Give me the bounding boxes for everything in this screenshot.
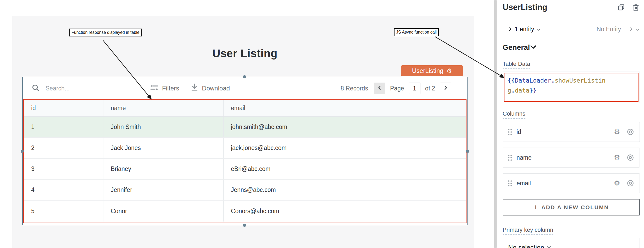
table-cell: Conors@abc.com [224, 201, 466, 222]
resize-handle-left[interactable] [21, 150, 24, 153]
resize-handle-top[interactable] [243, 75, 246, 78]
gear-icon[interactable]: ⚙ [447, 68, 452, 74]
column-item-id[interactable]: id⚙ [503, 122, 640, 142]
table-header-row[interactable]: idnameemail [24, 100, 466, 117]
incoming-entities-dropdown[interactable]: 1 entity [503, 26, 541, 33]
table-data-code[interactable]: {{DataLoader.showUserListing.data}} [504, 73, 639, 102]
chevron-left-icon [377, 85, 382, 92]
table-cell: Conor [103, 201, 224, 222]
column-header[interactable]: name [103, 100, 224, 116]
column-header[interactable]: id [24, 100, 103, 116]
filters-button[interactable]: Filters [150, 84, 179, 93]
column-item-label: id [517, 128, 521, 136]
copy-icon[interactable] [617, 3, 625, 11]
search-placeholder: Search... [46, 85, 70, 92]
drag-handle-icon[interactable] [508, 180, 512, 186]
prev-page-button[interactable] [374, 83, 385, 94]
search-icon [31, 84, 40, 93]
primary-key-select[interactable]: No selection. [503, 238, 640, 248]
table-data-editor[interactable]: {{DataLoader.showUserListing.data}} [503, 72, 640, 103]
search-input[interactable]: Search... [31, 84, 150, 93]
columns-label: Columns [503, 110, 525, 119]
filters-icon [150, 84, 159, 93]
primary-key-value: No selection. [508, 244, 546, 248]
code-line: {{DataLoader.showUserListin [508, 76, 635, 85]
widget-title: UserListing [503, 3, 547, 12]
download-button[interactable]: Download [191, 83, 230, 93]
records-count: 8 Records [341, 85, 368, 92]
table-cell: Jack Jones [103, 138, 224, 158]
column-settings-gear-icon[interactable]: ⚙ [614, 154, 620, 161]
add-column-label: ADD A NEW COLUMN [541, 204, 609, 211]
column-visibility-icon[interactable] [626, 179, 634, 187]
app-root: User Listing UserListing ⚙ Search... [0, 0, 644, 248]
resize-handle-right[interactable] [466, 150, 469, 153]
download-label: Download [202, 85, 230, 92]
table-cell: 5 [24, 201, 103, 222]
outgoing-entities-dropdown[interactable]: No Entity [597, 26, 640, 33]
table-cell: 2 [24, 138, 103, 158]
table-cell: John Smith [103, 117, 224, 137]
table-cell: john.smith@abc.com [224, 117, 466, 137]
table-row[interactable]: 3BrianeyeBri@abc.com [24, 159, 466, 180]
section-general[interactable]: General [503, 43, 640, 52]
table-toolbar: Search... Filters Download [23, 77, 467, 99]
chevron-down-icon [530, 45, 537, 50]
incoming-entities-label: 1 entity [515, 26, 534, 33]
table-body: 1John Smithjohn.smith@abc.com2Jack Jones… [24, 117, 466, 222]
filters-label: Filters [162, 85, 179, 92]
download-icon [191, 83, 198, 93]
column-item-name[interactable]: name⚙ [503, 148, 640, 168]
table-widget[interactable]: Search... Filters Download [22, 77, 468, 225]
chevron-down-icon [546, 245, 552, 248]
long-arrow-right-icon [503, 26, 512, 33]
table-cell: Brianey [103, 159, 224, 179]
chevron-down-icon [636, 26, 640, 33]
columns-list: id⚙name⚙email⚙ [503, 122, 640, 193]
pagination: 8 Records Page of 2 [341, 83, 451, 94]
table-cell: jack.jones@abc.com [224, 138, 466, 158]
long-arrow-right-icon [624, 26, 633, 33]
trash-icon[interactable] [632, 3, 640, 11]
drag-handle-icon[interactable] [508, 129, 512, 135]
column-item-email[interactable]: email⚙ [503, 173, 640, 193]
outgoing-entities-label: No Entity [597, 26, 621, 33]
code-line: g.data}} [508, 85, 635, 95]
table-cell: 4 [24, 180, 103, 200]
table-data-label: Table Data [503, 61, 530, 69]
drag-handle-icon[interactable] [508, 155, 512, 161]
column-item-label: name [517, 154, 532, 161]
table-row[interactable]: 5ConorConors@abc.com [24, 201, 466, 222]
widget-name-label: UserListing [412, 67, 443, 74]
column-settings-gear-icon[interactable]: ⚙ [614, 180, 620, 187]
column-item-label: email [517, 180, 531, 187]
chevron-right-icon [443, 85, 448, 92]
panel-scrollbar[interactable] [494, 0, 497, 248]
annotation-js-async: JS Async function call [394, 28, 439, 36]
annotation-function-response: Function response displayed in table [69, 29, 142, 36]
page-number-input[interactable] [409, 83, 420, 94]
resize-handle-bottom[interactable] [243, 224, 246, 227]
table-cell: 3 [24, 159, 103, 179]
section-general-label: General [503, 43, 530, 52]
table-row[interactable]: 1John Smithjohn.smith@abc.com [24, 117, 466, 138]
property-pane: UserListing [497, 0, 644, 248]
column-visibility-icon[interactable] [626, 154, 634, 161]
table-cell: Jenns@abc.com [224, 180, 466, 200]
primary-key-label: Primary key column [503, 227, 553, 235]
table-row[interactable]: 2Jack Jonesjack.jones@abc.com [24, 138, 466, 159]
column-settings-gear-icon[interactable]: ⚙ [614, 128, 620, 136]
page-label: Page [390, 85, 404, 92]
column-header[interactable]: email [224, 100, 466, 116]
table-row[interactable]: 4JenniferJenns@abc.com [24, 180, 466, 201]
table-cell: 1 [24, 117, 103, 137]
plus-icon: + [534, 203, 538, 211]
column-visibility-icon[interactable] [626, 128, 634, 136]
table-cell: eBri@abc.com [224, 159, 466, 179]
add-column-button[interactable]: + ADD A NEW COLUMN [503, 199, 640, 215]
table-data-region: idnameemail 1John Smithjohn.smith@abc.co… [23, 99, 467, 223]
widget-name-tag[interactable]: UserListing ⚙ [401, 65, 463, 76]
next-page-button[interactable] [440, 83, 451, 94]
page-total: of 2 [425, 85, 435, 92]
page-title: User Listing [22, 47, 468, 60]
